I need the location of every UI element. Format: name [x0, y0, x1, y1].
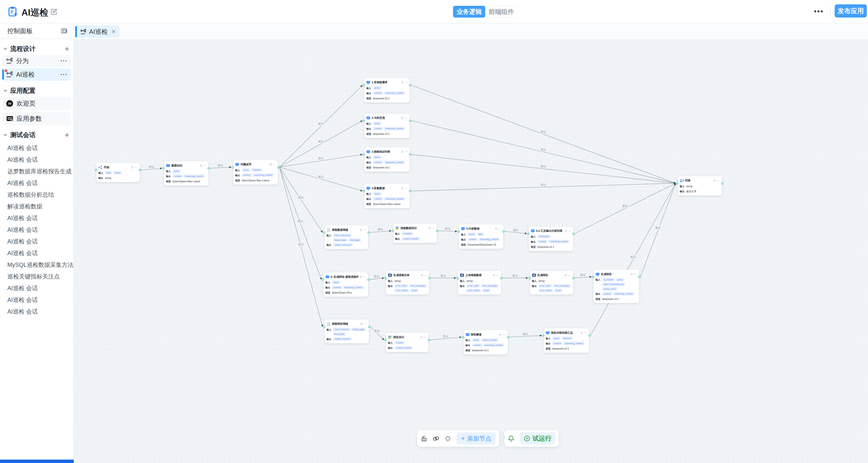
output-port[interactable]: [409, 84, 411, 86]
output-port[interactable]: [572, 277, 575, 279]
flow-canvas[interactable]: 默认默认默认默认默认默认默认默认默认默认默认默认默认默认默认默认默认默认默认默认…: [74, 40, 868, 463]
run-button[interactable]: 试运行: [520, 432, 555, 444]
session-item[interactable]: AI巡检 会话: [0, 282, 73, 294]
flow-node-n1[interactable]: 1.非巡检需求···输入query输出contentreasoning_cont…: [364, 78, 410, 102]
input-port[interactable]: [232, 166, 234, 168]
node-more-icon[interactable]: ···: [405, 187, 408, 189]
flow-node-rewrite[interactable]: 问题改写···输入queryintention输出contentreasonin…: [233, 160, 278, 185]
output-port[interactable]: [572, 233, 575, 235]
node-more-icon[interactable]: ···: [498, 227, 501, 230]
sidebar-item-app-params[interactable]: 应用参数: [2, 112, 71, 125]
input-port[interactable]: [676, 182, 678, 185]
node-more-icon[interactable]: ···: [717, 179, 720, 182]
session-item[interactable]: AI巡检 会话: [0, 177, 73, 189]
flow-node-dataSplit[interactable]: 巡检数据切分···输入contents输出content_chunks: [393, 224, 437, 243]
node-run-icon[interactable]: [493, 274, 495, 277]
input-port[interactable]: [462, 336, 464, 338]
flow-node-reportInterpret[interactable]: 报告解读···输入queryreport_chunks输出contentreas…: [464, 330, 508, 354]
input-port[interactable]: [458, 230, 460, 233]
item-more-icon[interactable]: ···: [60, 57, 67, 65]
node-more-icon[interactable]: ···: [203, 164, 206, 167]
node-more-icon[interactable]: ···: [503, 333, 506, 336]
sidebar-item-fenwei[interactable]: 分为 ···: [2, 55, 71, 67]
output-port[interactable]: [409, 190, 411, 192]
collapse-sidebar-icon[interactable]: [60, 27, 68, 35]
node-run-icon[interactable]: [564, 274, 567, 277]
publish-app-button[interactable]: 发布应用: [835, 4, 867, 18]
input-port[interactable]: [529, 277, 531, 279]
unlock-icon[interactable]: [421, 435, 427, 442]
output-port[interactable]: [367, 278, 370, 281]
node-run-icon[interactable]: [360, 228, 362, 231]
tab-business-logic[interactable]: 业务逻辑: [453, 6, 485, 18]
node-run-icon[interactable]: [360, 322, 363, 325]
output-port[interactable]: [721, 182, 723, 185]
output-port[interactable]: [409, 153, 411, 156]
session-item[interactable]: AI巡检 会话: [0, 306, 73, 317]
node-run-icon[interactable]: [401, 81, 404, 84]
node-more-icon[interactable]: ···: [424, 274, 427, 277]
flow-node-gen6[interactable]: 6. 生成报告-提取巡检对象···输入query输出contentreasoni…: [323, 272, 368, 297]
flow-node-n3[interactable]: 3.巡检知识问答···输入query输出contentreasoning_con…: [364, 147, 410, 172]
node-run-icon[interactable]: [401, 117, 404, 119]
session-item[interactable]: 巡检关键指标关注点: [0, 271, 73, 282]
session-item[interactable]: AI巡检 会话: [0, 154, 73, 165]
session-item[interactable]: MySQL巡检数据采集方法: [0, 259, 73, 271]
node-more-icon[interactable]: ···: [568, 230, 571, 232]
output-port[interactable]: [368, 326, 370, 328]
input-port[interactable]: [384, 339, 387, 341]
flow-node-n2[interactable]: 2.与你交流···输入query输出contentreasoning_conte…: [364, 114, 410, 138]
output-port[interactable]: [428, 339, 430, 341]
bell-icon[interactable]: [508, 435, 515, 442]
node-run-icon[interactable]: [630, 273, 633, 276]
flow-node-dataRead[interactable]: 巡检数据阅读···输入input_resourcesbegin_pageend_…: [324, 225, 368, 249]
node-more-icon[interactable]: ···: [364, 323, 367, 325]
flow-node-qaSummary[interactable]: 报告问答结果汇总···输入queryanswers输出contentreason…: [544, 329, 589, 353]
node-run-icon[interactable]: [360, 276, 362, 278]
node-more-icon[interactable]: ···: [424, 336, 427, 338]
node-run-icon[interactable]: [131, 166, 133, 169]
add-node-button[interactable]: + 添加节点: [457, 432, 496, 444]
output-port[interactable]: [502, 230, 505, 233]
node-run-icon[interactable]: [199, 164, 202, 167]
node-more-icon[interactable]: ···: [496, 274, 499, 277]
node-run-icon[interactable]: [269, 163, 272, 166]
edit-title-icon[interactable]: [50, 8, 58, 16]
output-port[interactable]: [409, 120, 411, 122]
input-port[interactable]: [592, 276, 594, 278]
node-run-icon[interactable]: [495, 227, 497, 230]
section-app-config[interactable]: 应用配置: [0, 86, 73, 95]
node-more-icon[interactable]: ···: [134, 166, 138, 168]
output-port[interactable]: [139, 169, 141, 171]
node-run-icon[interactable]: [401, 187, 404, 190]
node-more-icon[interactable]: ···: [584, 332, 587, 334]
add-flow-button[interactable]: +: [64, 44, 69, 53]
node-run-icon[interactable]: [428, 227, 431, 229]
node-run-icon[interactable]: [713, 179, 716, 182]
add-session-button[interactable]: +: [64, 131, 69, 139]
input-port[interactable]: [323, 232, 326, 234]
flow-node-summary[interactable]: 5-2 汇总输出分析结果···输入conclusion输出contentreas…: [529, 227, 573, 251]
input-port[interactable]: [363, 190, 365, 192]
section-test-sessions[interactable]: 测试会话 +: [0, 130, 73, 140]
sidebar-item-welcome-page[interactable]: Hi 欢迎页: [2, 97, 71, 110]
input-port[interactable]: [162, 167, 165, 169]
session-item[interactable]: 达梦数据库巡检报告生成: [0, 165, 73, 177]
node-more-icon[interactable]: ···: [568, 274, 571, 277]
sidebar-item-ai-inspection[interactable]: AI巡检 ···: [2, 68, 71, 81]
output-port[interactable]: [588, 335, 591, 337]
output-port[interactable]: [428, 277, 431, 279]
output-port[interactable]: [500, 277, 502, 279]
output-port[interactable]: [436, 230, 438, 232]
flow-node-upload[interactable]: 上传巡检数据···输入string输出error_codeerror_messa…: [458, 271, 501, 295]
section-flow-design[interactable]: 流程设计 +: [0, 44, 73, 54]
flow-node-n4[interactable]: 4.采集数据···输入query输出contentreasoning_conte…: [364, 184, 410, 208]
flow-node-end[interactable]: 结束···输入string输出返回文本: [678, 176, 722, 195]
tab-ai-inspection[interactable]: AI巡检 ×: [76, 26, 120, 38]
node-more-icon[interactable]: ···: [432, 227, 435, 229]
output-port[interactable]: [507, 336, 509, 338]
close-icon[interactable]: ×: [112, 28, 116, 35]
input-port[interactable]: [363, 84, 365, 86]
input-port[interactable]: [363, 153, 365, 156]
input-port[interactable]: [323, 326, 326, 328]
